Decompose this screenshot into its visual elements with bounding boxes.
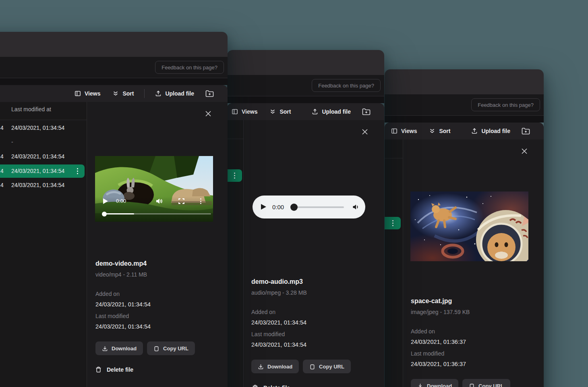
table-row-selected[interactable]: 4 24/03/2021, 01:34:54 — [0, 164, 85, 178]
window-titlebar — [227, 50, 384, 75]
row-menu-icon[interactable] — [389, 219, 396, 227]
audio-time: 0:00 — [272, 204, 284, 210]
close-icon[interactable] — [361, 128, 369, 135]
download-label: Download — [427, 383, 452, 387]
download-button[interactable]: Download — [411, 379, 458, 387]
row-prefix: 4 — [0, 121, 4, 135]
file-actions: Download Copy URL — [95, 341, 195, 355]
table-header-divider — [385, 158, 403, 158]
copy-url-button[interactable]: Copy URL — [147, 341, 195, 355]
seek-thumb[interactable] — [290, 204, 298, 211]
seek-thumb[interactable] — [102, 212, 107, 216]
copy-url-button[interactable]: Copy URL — [303, 360, 351, 373]
table-row[interactable]: - — [0, 135, 85, 149]
last-modified-label: Last modified — [95, 313, 129, 319]
files-table: Last modified at 4 24/03/2021, 01:34:54 … — [0, 102, 87, 387]
row-prefix: 4 — [0, 179, 4, 192]
close-icon[interactable] — [521, 148, 528, 155]
spacer — [227, 96, 384, 103]
header-band: Feedback on this page? — [0, 57, 228, 78]
copy-url-button[interactable]: Copy URL — [462, 379, 510, 387]
feedback-button[interactable]: Feedback on this page? — [155, 61, 224, 74]
row-last-modified: 24/03/2021, 01:34:54 — [11, 150, 64, 163]
file-name: space-cat.jpg — [411, 298, 452, 305]
feedback-button[interactable]: Feedback on this page? — [471, 98, 540, 111]
row-last-modified: - — [11, 135, 13, 149]
spacer — [0, 78, 228, 85]
toolbar-divider — [144, 89, 145, 98]
delete-file-label: Delete file — [263, 385, 290, 387]
folder-plus-icon — [362, 108, 371, 115]
download-button[interactable]: Download — [251, 360, 299, 373]
window-body: Last modified at 4 24/03/2021, 01:34:54 … — [0, 102, 228, 387]
clipboard-icon — [469, 383, 475, 387]
delete-file-label: Delete file — [107, 366, 133, 373]
volume-icon[interactable] — [352, 203, 360, 211]
download-button[interactable]: Download — [95, 341, 143, 355]
views-icon — [75, 90, 81, 97]
desktop-background: Feedback on this page? Views Sort Upload… — [0, 0, 588, 387]
views-icon — [232, 108, 238, 115]
selected-row-sliver[interactable] — [385, 217, 401, 229]
file-preview — [410, 191, 528, 261]
header-band: Feedback on this page? — [385, 94, 544, 116]
volume-icon[interactable] — [156, 198, 163, 204]
file-meta: audio/mpeg - 3.28 MB — [251, 289, 307, 296]
space-cat-image — [410, 191, 528, 261]
add-folder-button[interactable] — [362, 108, 371, 115]
selected-row-sliver[interactable] — [227, 169, 242, 182]
views-button[interactable]: Views — [232, 108, 257, 115]
table-header-divider — [227, 139, 243, 139]
close-icon[interactable] — [205, 110, 212, 117]
sort-icon — [269, 108, 276, 115]
delete-file-button[interactable]: Delete file — [95, 366, 133, 373]
fullscreen-icon[interactable] — [178, 198, 185, 204]
column-header-last-modified: Last modified at — [11, 106, 51, 113]
added-on-value: 24/03/2021, 01:34:54 — [251, 319, 306, 326]
upload-file-button[interactable]: Upload file — [471, 128, 510, 134]
views-button[interactable]: Views — [391, 128, 417, 134]
window-body: space-cat.jpg image/jpeg - 137.59 KB Add… — [385, 139, 544, 387]
table-row[interactable]: 4 24/03/2021, 01:34:54 — [0, 121, 85, 135]
file-actions: Download Copy URL — [251, 360, 351, 373]
trash-icon — [95, 366, 101, 373]
audio-seekbar[interactable] — [291, 206, 344, 208]
sort-button[interactable]: Sort — [429, 128, 450, 134]
delete-file-button[interactable]: Delete file — [252, 385, 290, 387]
download-label: Download — [112, 345, 137, 352]
folder-plus-icon — [522, 127, 530, 135]
play-icon[interactable] — [103, 198, 108, 204]
files-table-sliver — [385, 139, 403, 387]
added-on-label: Added on — [95, 291, 120, 297]
sort-label: Sort — [439, 128, 450, 134]
table-row[interactable]: 4 24/03/2021, 01:34:54 — [0, 179, 85, 192]
clipboard-icon — [309, 364, 315, 370]
header-band: Feedback on this page? — [227, 75, 384, 96]
sort-icon — [112, 90, 119, 97]
sort-icon — [429, 128, 435, 134]
video-time: 0:00 — [116, 198, 126, 204]
download-icon — [417, 383, 423, 387]
sort-button[interactable]: Sort — [112, 90, 134, 97]
sort-button[interactable]: Sort — [269, 108, 291, 115]
upload-label: Upload file — [322, 108, 351, 115]
add-folder-button[interactable] — [205, 90, 214, 97]
upload-file-button[interactable]: Upload file — [312, 108, 351, 115]
play-icon[interactable] — [261, 204, 266, 210]
file-name: demo-audio.mp3 — [251, 278, 303, 285]
copy-url-label: Copy URL — [478, 383, 504, 387]
video-seekbar[interactable] — [102, 213, 211, 214]
window-image: Feedback on this page? Views Sort Upload… — [385, 69, 544, 387]
add-folder-button[interactable] — [522, 127, 530, 135]
more-options-icon[interactable] — [199, 198, 202, 204]
upload-file-button[interactable]: Upload file — [155, 90, 194, 97]
feedback-button[interactable]: Feedback on this page? — [312, 79, 381, 92]
file-meta: video/mp4 - 2.11 MB — [95, 271, 147, 278]
spacer — [385, 116, 544, 123]
table-row[interactable]: 4 24/03/2021, 01:34:54 — [0, 150, 85, 163]
upload-icon — [471, 128, 478, 134]
row-menu-icon[interactable] — [231, 172, 238, 180]
row-menu-icon[interactable] — [74, 167, 81, 175]
last-modified-value: 24/03/2021, 01:34:54 — [251, 341, 306, 348]
views-button[interactable]: Views — [75, 90, 100, 97]
